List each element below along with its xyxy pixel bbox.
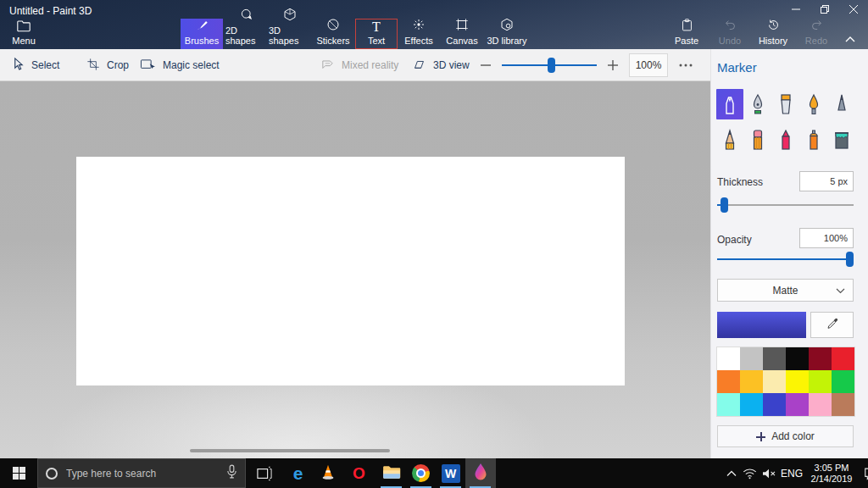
tab-text[interactable]: T Text [355,19,398,49]
clock[interactable]: 3:05 PM 2/14/2019 [805,458,858,488]
tab-label: Brushes [185,36,219,46]
tab-2d-shapes[interactable]: 2D shapes [225,19,268,49]
palette-color[interactable] [809,393,832,416]
language-indicator[interactable]: ENG [778,458,805,488]
magic-select-button[interactable]: Magic select [140,49,220,81]
tab-canvas[interactable]: Canvas [441,19,483,49]
palette-color[interactable] [786,347,809,370]
taskbar-app-opera[interactable]: O [344,458,374,488]
undo-button: Undo [710,19,749,49]
wifi-icon[interactable] [741,458,758,488]
select-button[interactable]: Select [12,49,59,81]
opacity-slider-track[interactable] [717,258,854,260]
palette-color[interactable] [809,370,832,393]
thickness-input[interactable] [799,171,854,191]
microphone-icon[interactable] [226,464,237,482]
redo-button: Redo [797,19,836,49]
palette-color[interactable] [717,393,740,416]
crop-icon [86,58,100,74]
palette-color[interactable] [832,347,854,370]
palette-color[interactable] [832,370,854,393]
brush-icon [194,17,209,34]
zoom-in-button[interactable] [607,49,619,81]
brush-eraser[interactable] [744,125,771,155]
tab-brushes[interactable]: Brushes [181,19,223,49]
crop-button[interactable]: Crop [86,49,129,81]
taskbar-app-chrome[interactable] [406,458,436,488]
current-color-swatch[interactable] [717,312,806,338]
palette-color[interactable] [717,370,740,393]
finish-value: Matte [772,285,798,297]
brush-oil-brush[interactable] [772,89,799,119]
taskbar-search[interactable] [37,458,246,488]
palette-color[interactable] [763,370,786,393]
thickness-slider-track[interactable] [717,204,854,206]
3d-view-button[interactable]: 3D view [412,49,470,81]
brush-fill[interactable] [828,125,855,155]
start-button[interactable] [0,458,37,488]
palette-color[interactable] [717,347,740,370]
search-input[interactable] [64,467,219,480]
tab-effects[interactable]: Effects [398,19,440,49]
palette-color[interactable] [832,393,854,416]
eyedropper-icon [826,317,839,334]
undo-icon [723,18,737,34]
close-button[interactable] [839,0,868,19]
minimize-button[interactable] [782,0,810,19]
chevron-down-icon [836,285,845,297]
brush-calligraphy-pen[interactable] [744,89,771,119]
palette-color[interactable] [763,393,786,416]
tab-label: Stickers [316,36,349,46]
effects-icon [411,17,426,34]
action-label: Redo [805,36,827,46]
taskbar-app-paint-3d[interactable] [465,458,496,488]
tray-chevron-up-icon[interactable] [724,458,739,488]
restore-button[interactable] [810,0,839,19]
zoom-slider-thumb[interactable] [548,58,555,73]
thickness-slider-thumb[interactable] [721,197,728,213]
action-center-button[interactable] [860,458,868,488]
drawing-canvas[interactable] [76,157,625,385]
finish-dropdown[interactable]: Matte [717,279,854,302]
palette-color[interactable] [786,393,809,416]
brush-spray-can[interactable] [800,125,827,155]
zoom-out-button[interactable] [480,49,492,81]
horizontal-scrollbar[interactable] [190,449,390,452]
more-options-button[interactable] [678,49,693,81]
taskbar-app-vlc[interactable] [313,458,342,488]
brush-pixel-pen[interactable] [828,89,855,119]
edit-toolbar: Select Crop Magic select Mixed reality 3… [0,49,710,81]
collapse-ribbon-button[interactable] [839,30,861,47]
eyedropper-button[interactable] [810,312,854,338]
palette-color[interactable] [809,347,832,370]
vlc-icon [320,463,337,484]
palette-color[interactable] [740,370,763,393]
paste-button[interactable]: Paste [667,19,706,49]
task-view-button[interactable] [249,458,279,488]
brush-marker[interactable] [716,89,743,119]
zoom-level-value[interactable]: 100% [629,53,668,77]
tab-3d-library[interactable]: 3D library [484,19,530,49]
add-color-button[interactable]: Add color [717,425,854,447]
taskbar-app-edge[interactable]: e [283,458,313,488]
brush-crayon[interactable] [772,125,799,155]
tab-3d-shapes[interactable]: 3D shapes [269,19,311,49]
palette-color[interactable] [786,370,809,393]
palette-color[interactable] [740,393,763,416]
drawing-workspace [0,81,710,458]
opacity-label: Opacity [717,234,752,246]
opacity-input[interactable] [799,228,854,248]
taskbar-app-word[interactable]: W [436,458,465,488]
history-button[interactable]: History [754,19,793,49]
palette-color[interactable] [763,347,786,370]
tab-label: Canvas [446,36,477,46]
palette-color[interactable] [740,347,763,370]
volume-muted-icon[interactable] [760,458,778,488]
tab-stickers[interactable]: Stickers [312,19,354,49]
taskbar-app-file-explorer[interactable] [376,458,406,488]
brush-watercolour[interactable] [800,89,827,119]
brush-pencil[interactable] [716,125,743,155]
menu-button[interactable]: Menu [7,19,41,49]
opacity-slider-thumb[interactable] [846,252,854,267]
add-color-label: Add color [771,430,815,442]
